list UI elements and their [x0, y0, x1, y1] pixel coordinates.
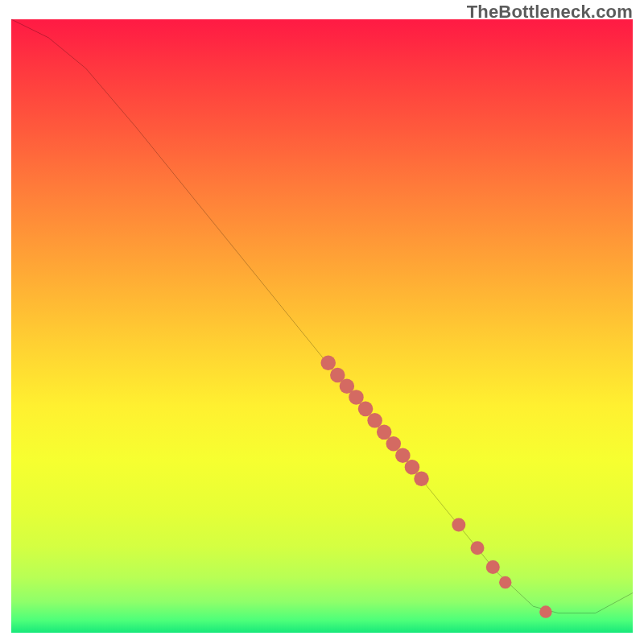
data-dot: [358, 402, 374, 417]
data-dots: [320, 355, 551, 617]
data-dot: [320, 355, 336, 370]
data-dot: [452, 518, 465, 531]
data-dot: [386, 436, 402, 452]
data-dot: [377, 425, 392, 440]
data-dot: [471, 541, 485, 555]
data-dot: [539, 605, 551, 617]
data-dot: [499, 576, 511, 588]
data-dot: [405, 460, 420, 475]
data-dot: [414, 471, 429, 486]
data-dot: [367, 413, 382, 428]
data-dot: [395, 448, 411, 464]
curve-line: [11, 19, 633, 613]
data-dot: [349, 390, 364, 405]
curve-layer: [11, 19, 633, 633]
data-dot: [486, 560, 500, 574]
chart-stage: TheBottleneck.com: [0, 0, 644, 644]
